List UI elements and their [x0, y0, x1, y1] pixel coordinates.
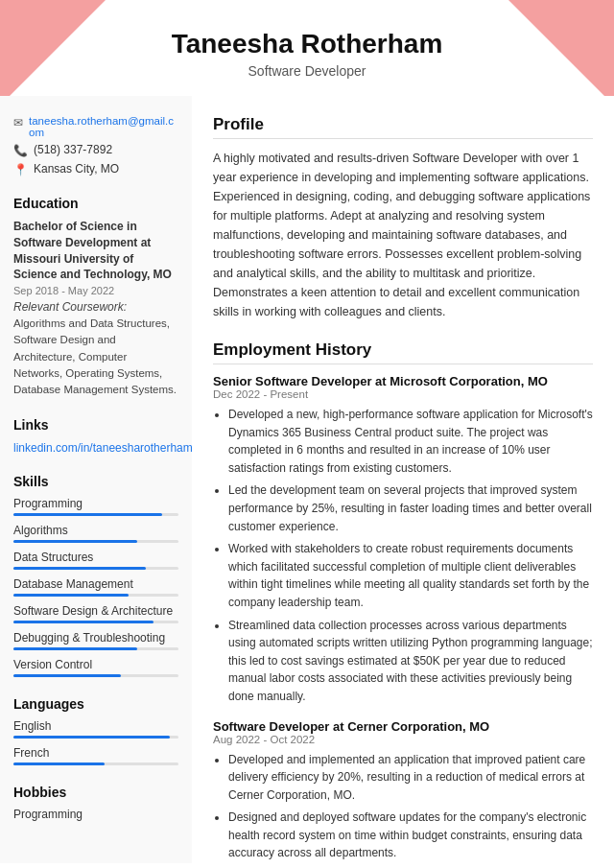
- language-label: French: [13, 746, 178, 760]
- skill-item: Programming: [13, 497, 178, 516]
- hobbies-text: Programming: [13, 808, 178, 821]
- skill-label: Programming: [13, 497, 178, 510]
- job-item: Senior Software Developer at Microsoft C…: [213, 374, 593, 706]
- employment-section: Employment History Senior Software Devel…: [213, 340, 593, 868]
- job-date: Aug 2022 - Oct 2022: [213, 734, 593, 745]
- header: Taneesha Rotherham Software Developer: [0, 0, 614, 96]
- skills-list: Programming Algorithms Data Structures D…: [13, 497, 178, 677]
- skill-bar-bg: [13, 540, 178, 543]
- education-title: Education: [13, 196, 178, 211]
- skill-bar-fill: [13, 594, 129, 597]
- phone-text: (518) 337-7892: [34, 143, 112, 156]
- contact-phone: 📞 (518) 337-7892: [13, 143, 178, 157]
- edu-date: Sep 2018 - May 2022: [13, 285, 178, 296]
- skill-label: Database Management: [13, 577, 178, 591]
- profile-section: Profile A highly motivated and results-d…: [213, 115, 593, 321]
- job-bullet: Streamlined data collection processes ac…: [228, 617, 593, 706]
- contact-email: ✉ taneesha.rotherham@gmail.com: [13, 115, 178, 138]
- skill-bar-bg: [13, 674, 178, 677]
- language-item: English: [13, 719, 178, 739]
- candidate-name: Taneesha Rotherham: [19, 29, 595, 59]
- contact-location: 📍 Kansas City, MO: [13, 162, 178, 176]
- email-link[interactable]: taneesha.rotherham@gmail.com: [29, 115, 178, 138]
- skill-item: Algorithms: [13, 524, 178, 543]
- education-section: Education Bachelor of Science in Softwar…: [13, 196, 178, 398]
- job-bullet: Developed and implemented an application…: [228, 751, 593, 805]
- skill-bar-fill: [13, 674, 121, 677]
- employment-title: Employment History: [213, 340, 593, 364]
- job-bullet: Designed and deployed software updates f…: [228, 809, 593, 862]
- skill-bar-fill: [13, 540, 137, 543]
- skill-item: Database Management: [13, 577, 178, 597]
- job-bullets: Developed and implemented an application…: [213, 751, 593, 869]
- skill-bar-bg: [13, 594, 178, 597]
- links-section: Links linkedin.com/in/taneesharotherham: [13, 417, 178, 455]
- phone-icon: 📞: [13, 144, 28, 157]
- language-bar-fill: [13, 762, 105, 765]
- job-bullet: Led the development team on several proj…: [228, 481, 593, 535]
- skill-bar-bg: [13, 513, 178, 516]
- job-date: Dec 2022 - Present: [213, 388, 593, 400]
- candidate-title: Software Developer: [19, 63, 595, 79]
- skill-label: Version Control: [13, 658, 178, 671]
- skill-item: Software Design & Architecture: [13, 604, 178, 623]
- skill-bar-fill: [13, 567, 146, 570]
- contact-section: ✉ taneesha.rotherham@gmail.com 📞 (518) 3…: [13, 115, 178, 176]
- job-bullets: Developed a new, high-performance softwa…: [213, 406, 593, 706]
- language-bar-fill: [13, 736, 170, 739]
- sidebar: ✉ taneesha.rotherham@gmail.com 📞 (518) 3…: [0, 96, 192, 863]
- skill-bar-bg: [13, 647, 178, 650]
- links-title: Links: [13, 417, 178, 433]
- edu-coursework-text: Algorithms and Data Structures, Software…: [13, 316, 178, 398]
- jobs-list: Senior Software Developer at Microsoft C…: [213, 374, 593, 868]
- skill-label: Debugging & Troubleshooting: [13, 631, 178, 645]
- location-text: Kansas City, MO: [34, 162, 119, 176]
- language-bar-bg: [13, 736, 178, 739]
- job-title: Senior Software Developer at Microsoft C…: [213, 374, 593, 388]
- skill-bar-fill: [13, 647, 137, 650]
- profile-title: Profile: [213, 115, 593, 139]
- job-item: Software Developer at Cerner Corporation…: [213, 719, 593, 869]
- skill-item: Version Control: [13, 658, 178, 677]
- language-item: French: [13, 746, 178, 765]
- location-icon: 📍: [13, 163, 28, 176]
- job-bullet: Developed a new, high-performance softwa…: [228, 406, 593, 477]
- skill-label: Software Design & Architecture: [13, 604, 178, 618]
- edu-coursework-label: Relevant Coursework:: [13, 300, 178, 314]
- skill-item: Debugging & Troubleshooting: [13, 631, 178, 650]
- linkedin-link[interactable]: linkedin.com/in/taneesharotherham: [13, 441, 193, 455]
- skill-bar-bg: [13, 621, 178, 623]
- skill-label: Data Structures: [13, 551, 178, 564]
- skill-bar-fill: [13, 513, 162, 516]
- job-bullet: Worked with stakeholders to create robus…: [228, 540, 593, 611]
- hobbies-title: Hobbies: [13, 785, 178, 800]
- skills-title: Skills: [13, 474, 178, 489]
- skill-item: Data Structures: [13, 551, 178, 570]
- language-label: English: [13, 719, 178, 733]
- main-layout: ✉ taneesha.rotherham@gmail.com 📞 (518) 3…: [0, 96, 614, 868]
- skills-section: Skills Programming Algorithms Data Struc…: [13, 474, 178, 677]
- email-icon: ✉: [13, 116, 23, 129]
- languages-section: Languages English French: [13, 696, 178, 765]
- edu-degree: Bachelor of Science in Software Developm…: [13, 219, 178, 283]
- skill-bar-fill: [13, 621, 154, 623]
- profile-text: A highly motivated and results-driven So…: [213, 149, 593, 321]
- languages-title: Languages: [13, 696, 178, 712]
- main-content: Profile A highly motivated and results-d…: [192, 96, 614, 868]
- language-bar-bg: [13, 762, 178, 765]
- languages-list: English French: [13, 719, 178, 765]
- skill-label: Algorithms: [13, 524, 178, 537]
- hobbies-section: Hobbies Programming: [13, 785, 178, 821]
- skill-bar-bg: [13, 567, 178, 570]
- job-title: Software Developer at Cerner Corporation…: [213, 719, 593, 734]
